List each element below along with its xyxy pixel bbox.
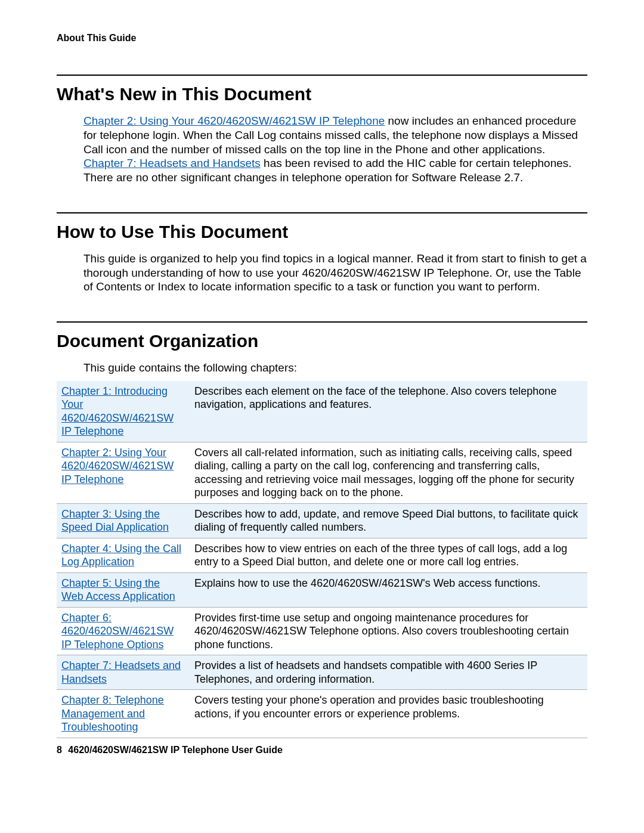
org-chapter-link[interactable]: Chapter 1: Introducing Your 4620/4620SW/… [61,385,174,438]
footer-title: 4620/4620SW/4621SW IP Telephone User Gui… [68,745,283,755]
org-chapter-cell: Chapter 7: Headsets and Handsets [57,655,190,690]
org-chapter-cell: Chapter 5: Using the Web Access Applicat… [57,572,190,607]
heading-how-to-use: How to Use This Document [57,222,587,242]
heading-doc-organization: Document Organization [57,331,587,351]
page: About This Guide What's New in This Docu… [0,0,644,833]
org-chapter-cell: Chapter 8: Telephone Management and Trou… [57,690,190,738]
org-chapter-cell: Chapter 6: 4620/4620SW/4621SW IP Telepho… [57,607,190,655]
section-doc-organization: Document Organization This guide contain… [57,321,587,738]
section-rule [57,212,587,213]
section-how-to-use: How to Use This Document This guide is o… [57,212,587,294]
org-chapter-link[interactable]: Chapter 2: Using Your 4620/4620SW/4621SW… [61,447,174,485]
table-row: Chapter 3: Using the Speed Dial Applicat… [57,503,587,538]
org-chapter-link[interactable]: Chapter 6: 4620/4620SW/4621SW IP Telepho… [61,612,174,651]
org-table: Chapter 1: Introducing Your 4620/4620SW/… [57,381,587,738]
org-chapter-desc: Explains how to use the 4620/4620SW/4621… [190,572,587,607]
org-chapter-desc: Describes how to add, update, and remove… [190,503,587,538]
table-row: Chapter 6: 4620/4620SW/4621SW IP Telepho… [57,607,587,655]
org-chapter-cell: Chapter 3: Using the Speed Dial Applicat… [57,503,190,538]
org-chapter-link[interactable]: Chapter 3: Using the Speed Dial Applicat… [61,508,169,534]
org-chapter-desc: Provides first-time use setup and ongoin… [190,607,587,655]
table-row: Chapter 1: Introducing Your 4620/4620SW/… [57,381,587,442]
table-row: Chapter 4: Using the Call Log Applicatio… [57,538,587,572]
org-chapter-desc: Describes each element on the face of th… [190,381,587,442]
table-row: Chapter 2: Using Your 4620/4620SW/4621SW… [57,442,587,503]
table-row: Chapter 8: Telephone Management and Trou… [57,690,587,738]
whats-new-body: Chapter 2: Using Your 4620/4620SW/4621SW… [83,114,587,185]
section-whats-new: What's New in This Document Chapter 2: U… [57,75,587,185]
link-chapter-7-inline[interactable]: Chapter 7: Headsets and Handsets [83,157,261,169]
org-chapter-cell: Chapter 1: Introducing Your 4620/4620SW/… [57,381,190,442]
org-chapter-cell: Chapter 4: Using the Call Log Applicatio… [57,538,190,572]
link-chapter-2-inline[interactable]: Chapter 2: Using Your 4620/4620SW/4621SW… [83,114,385,127]
org-chapter-desc: Describes how to view entries on each of… [190,538,587,572]
page-footer: 8 4620/4620SW/4621SW IP Telephone User G… [57,745,283,755]
org-chapter-desc: Covers all call-related information, suc… [190,442,587,503]
section-rule [57,321,587,323]
org-chapter-link[interactable]: Chapter 7: Headsets and Handsets [61,659,181,685]
org-chapter-cell: Chapter 2: Using Your 4620/4620SW/4621SW… [57,442,190,503]
org-chapter-link[interactable]: Chapter 8: Telephone Management and Trou… [61,694,164,733]
org-chapter-desc: Covers testing your phone's operation an… [190,690,587,738]
table-row: Chapter 7: Headsets and HandsetsProvides… [57,655,587,690]
org-chapter-link[interactable]: Chapter 4: Using the Call Log Applicatio… [61,543,181,568]
how-to-body: This guide is organized to help you find… [83,252,587,294]
running-header: About This Guide [57,33,587,44]
heading-whats-new: What's New in This Document [57,84,587,104]
section-rule [57,75,587,76]
org-chapter-desc: Provides a list of headsets and handsets… [190,655,587,690]
org-chapter-link[interactable]: Chapter 5: Using the Web Access Applicat… [61,577,175,603]
org-intro: This guide contains the following chapte… [83,361,587,375]
page-number: 8 [57,745,62,755]
table-row: Chapter 5: Using the Web Access Applicat… [57,572,587,607]
